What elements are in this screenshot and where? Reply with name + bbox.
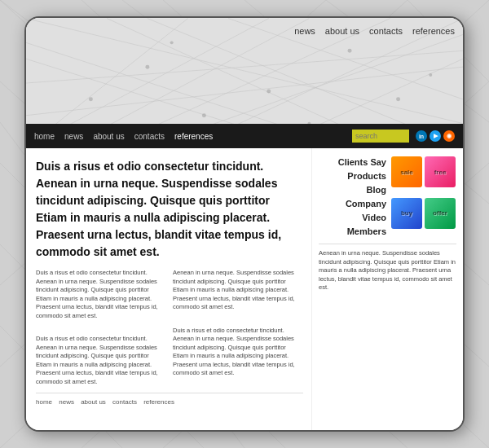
nav-aboutus[interactable]: about us: [93, 132, 124, 141]
social-icons: in ▶ ◉: [416, 130, 455, 142]
col1-text: Duis a risus et odio consectetur tincidu…: [36, 269, 166, 320]
site-content: Duis a risus et odio consectetur tincidu…: [26, 148, 463, 430]
top-nav: news about us contacts references: [294, 26, 455, 36]
footer-nav: home news about us contacts references: [36, 393, 303, 406]
col1-text2: Duis a risus et odio consectetur tincidu…: [36, 335, 166, 386]
rss-icon[interactable]: ◉: [443, 130, 455, 142]
top-nav-references[interactable]: references: [412, 26, 455, 36]
main-nav-links: home news about us contacts references: [34, 132, 352, 141]
site-header: news about us contacts references home n…: [26, 18, 463, 148]
svg-point-42: [267, 89, 271, 93]
footer-nav-contacts[interactable]: contacts: [112, 398, 137, 406]
tile-offer-label: offer: [433, 209, 447, 217]
svg-point-45: [396, 97, 400, 101]
nav-news[interactable]: news: [64, 132, 83, 141]
sidebar-video[interactable]: Video: [319, 212, 386, 223]
sidebar-blog[interactable]: Blog: [319, 184, 386, 195]
footer-nav-references[interactable]: references: [143, 398, 174, 406]
footer-nav-home[interactable]: home: [36, 398, 52, 406]
site-mockup: news about us contacts references home n…: [24, 16, 465, 432]
tile-offer[interactable]: offer: [425, 198, 456, 229]
sidebar-links: Clients Say Products Blog Company Video …: [319, 156, 386, 237]
col2-text: Aenean in urna neque. Suspendisse sodale…: [173, 269, 303, 312]
svg-point-48: [170, 41, 174, 44]
footer-nav-aboutus[interactable]: about us: [81, 398, 106, 406]
nav-contacts[interactable]: contacts: [134, 132, 165, 141]
tile-sale-label: sale: [400, 169, 413, 176]
hero-text: Duis a risus et odio consectetur tincidu…: [36, 158, 303, 261]
col1: Duis a risus et odio consectetur tincidu…: [36, 269, 166, 386]
sidebar-divider: [319, 244, 456, 244]
svg-point-46: [89, 97, 93, 101]
svg-point-43: [348, 49, 352, 53]
col2-text2: Duis a risus et odio consectetur tincidu…: [173, 327, 303, 378]
tile-sale[interactable]: sale: [391, 156, 422, 187]
col2: Aenean in urna neque. Suspendisse sodale…: [173, 269, 303, 386]
footer-nav-news[interactable]: news: [59, 398, 74, 406]
two-column-section: Duis a risus et odio consectetur tincidu…: [36, 269, 303, 386]
top-nav-contacts[interactable]: contacts: [369, 26, 403, 36]
tile-buy-label: buy: [401, 209, 412, 217]
twitter-icon[interactable]: ▶: [430, 130, 441, 142]
main-nav: home news about us contacts references i…: [26, 124, 463, 148]
svg-point-49: [429, 73, 432, 77]
linkedin-icon[interactable]: in: [416, 130, 427, 142]
sidebar-products[interactable]: Products: [319, 170, 386, 182]
nav-references[interactable]: references: [174, 132, 213, 141]
sidebar-company[interactable]: Company: [319, 198, 386, 209]
sidebar-members[interactable]: Members: [319, 226, 386, 237]
svg-point-41: [145, 65, 149, 69]
content-left: Duis a risus et odio consectetur tincidu…: [26, 148, 312, 430]
sidebar-menu: Clients Say Products Blog Company Video …: [319, 156, 456, 237]
nav-home[interactable]: home: [34, 132, 55, 141]
search-bar: in ▶ ◉: [352, 130, 455, 143]
tile-free-label: free: [434, 169, 447, 176]
sidebar-clients-say[interactable]: Clients Say: [319, 156, 386, 168]
colored-tiles: sale free buy offer: [391, 156, 456, 237]
tile-buy[interactable]: buy: [391, 198, 422, 229]
top-nav-news[interactable]: news: [294, 26, 315, 36]
content-right: Clients Say Products Blog Company Video …: [312, 148, 463, 430]
search-input[interactable]: [352, 130, 409, 143]
svg-point-44: [202, 113, 206, 117]
top-nav-aboutus[interactable]: about us: [325, 26, 359, 36]
tile-free[interactable]: free: [425, 156, 456, 187]
sidebar-body-text: Aenean in urna neque. Suspendisse sodale…: [319, 249, 456, 292]
